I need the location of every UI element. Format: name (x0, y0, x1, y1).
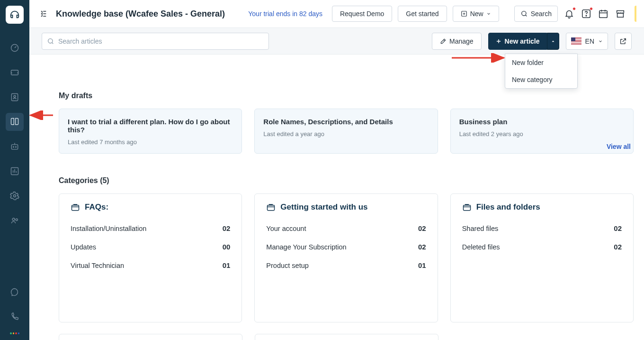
svg-point-14 (586, 15, 586, 16)
edit-icon (440, 38, 447, 45)
plus-icon (495, 38, 502, 45)
drafts-heading: My drafts (59, 92, 634, 100)
category-card[interactable]: Getting started with us Your account02 M… (254, 193, 438, 322)
request-demo-button[interactable]: Request Demo (332, 6, 392, 22)
get-started-button[interactable]: Get started (398, 6, 447, 22)
new-button[interactable]: New (453, 6, 499, 22)
tree-toggle-button[interactable] (37, 7, 50, 20)
category-item[interactable]: Your account02 (266, 222, 426, 234)
app-logo[interactable] (6, 6, 24, 24)
article-search-input[interactable] (58, 37, 264, 45)
svg-rect-19 (72, 205, 79, 211)
us-flag-icon (571, 37, 581, 45)
help-dot (590, 7, 593, 10)
draft-meta: Last edited 7 months ago (68, 138, 233, 146)
category-item-name: Manage Your Subscription (266, 243, 346, 251)
open-external-button[interactable] (615, 33, 632, 50)
svg-point-6 (16, 147, 17, 147)
category-item-count: 02 (614, 243, 622, 251)
nav-knowledge-base[interactable] (6, 113, 24, 131)
svg-point-5 (13, 147, 14, 147)
article-search[interactable] (42, 33, 269, 50)
category-item[interactable]: Manage Your Subscription02 (266, 241, 426, 253)
global-search-label: Search (531, 10, 552, 18)
manage-button[interactable]: Manage (432, 33, 482, 50)
category-card[interactable] (255, 334, 438, 340)
new-article-label: New article (505, 37, 540, 45)
svg-point-10 (16, 219, 18, 221)
annotation-arrow-dropdown (450, 53, 507, 63)
marketplace-icon[interactable] (615, 8, 626, 19)
svg-rect-20 (268, 205, 275, 211)
svg-rect-1 (11, 70, 18, 75)
global-search-button[interactable]: Search (514, 6, 558, 22)
svg-point-8 (14, 195, 16, 197)
svg-point-16 (48, 38, 53, 43)
svg-point-12 (521, 11, 526, 16)
svg-rect-4 (11, 145, 18, 149)
category-card[interactable] (59, 334, 242, 340)
category-item-name: Updates (71, 243, 96, 251)
nav-reports[interactable] (6, 162, 24, 180)
annotation-arrow-sidebar (27, 110, 54, 120)
svg-point-3 (14, 95, 16, 97)
trial-link[interactable]: Your trial ends in 82 days (248, 10, 322, 18)
nav-tickets[interactable] (6, 64, 24, 82)
draft-title: I want to trial a different plan. How do… (68, 118, 233, 134)
manage-label: Manage (449, 37, 474, 45)
nav-phone[interactable] (6, 308, 24, 326)
folder-icon (462, 202, 472, 212)
calendar-icon[interactable] (598, 8, 609, 19)
category-item-name: Product setup (266, 262, 308, 269)
category-item[interactable]: Installation/Uninstallation02 (71, 222, 230, 234)
folder-icon (266, 202, 276, 212)
search-icon (520, 10, 528, 18)
plus-square-icon (461, 10, 467, 17)
svg-point-9 (12, 218, 15, 221)
drafts-row: I want to trial a different plan. How do… (44, 109, 634, 154)
kb-toolbar: Manage New article EN (29, 28, 644, 55)
nav-contacts[interactable] (6, 88, 24, 106)
draft-card[interactable]: Business plan Last edited 2 years ago (450, 109, 634, 154)
category-item[interactable]: Product setup01 (266, 259, 426, 271)
dropdown-new-folder[interactable]: New folder (505, 54, 577, 71)
category-card[interactable]: FAQs: Installation/Uninstallation02 Upda… (59, 193, 242, 322)
new-article-button[interactable]: New article (488, 33, 547, 50)
nav-chat[interactable] (6, 283, 24, 301)
category-item-name: Installation/Uninstallation (71, 225, 146, 232)
nav-settings[interactable] (6, 187, 24, 205)
category-item-count: 01 (418, 261, 426, 269)
category-item[interactable]: Shared files02 (462, 222, 622, 234)
draft-title: Role Names, Descriptions, and Details (263, 118, 429, 126)
category-title: FAQs: (85, 202, 108, 212)
chevron-down-icon (486, 11, 491, 16)
avatar-strip[interactable] (635, 6, 636, 22)
nav-dashboard[interactable] (6, 39, 24, 57)
category-item-name: Deleted files (462, 243, 500, 251)
view-all-link[interactable]: View all (607, 143, 631, 150)
category-title: Files and folders (476, 202, 540, 212)
notifications-icon[interactable] (564, 8, 575, 19)
help-icon[interactable] (581, 8, 592, 19)
category-item[interactable]: Updates00 (71, 241, 230, 253)
nav-more-dots[interactable] (10, 332, 19, 337)
category-item-count: 02 (223, 224, 231, 232)
new-article-split-button: New article (488, 33, 559, 50)
draft-card[interactable]: Role Names, Descriptions, and Details La… (254, 109, 438, 154)
nav-people[interactable] (6, 211, 24, 230)
folder-icon (71, 202, 80, 212)
kb-content: My drafts View all I want to trial a dif… (29, 55, 644, 340)
dropdown-new-category[interactable]: New category (505, 71, 577, 88)
categories-heading: Categories (5) (59, 176, 634, 185)
language-button[interactable]: EN (566, 33, 608, 50)
category-item-count: 02 (418, 224, 426, 232)
left-sidebar (0, 0, 29, 340)
category-item[interactable]: Virtual Technician01 (71, 259, 230, 271)
new-article-dropdown: New folder New category (505, 54, 578, 89)
draft-card[interactable]: I want to trial a different plan. How do… (59, 109, 242, 154)
category-item[interactable]: Deleted files02 (462, 241, 622, 253)
notification-dot (572, 7, 576, 10)
nav-bot[interactable] (6, 138, 24, 156)
new-article-caret[interactable] (547, 33, 559, 50)
category-card[interactable]: Files and folders Shared files02 Deleted… (450, 193, 634, 322)
